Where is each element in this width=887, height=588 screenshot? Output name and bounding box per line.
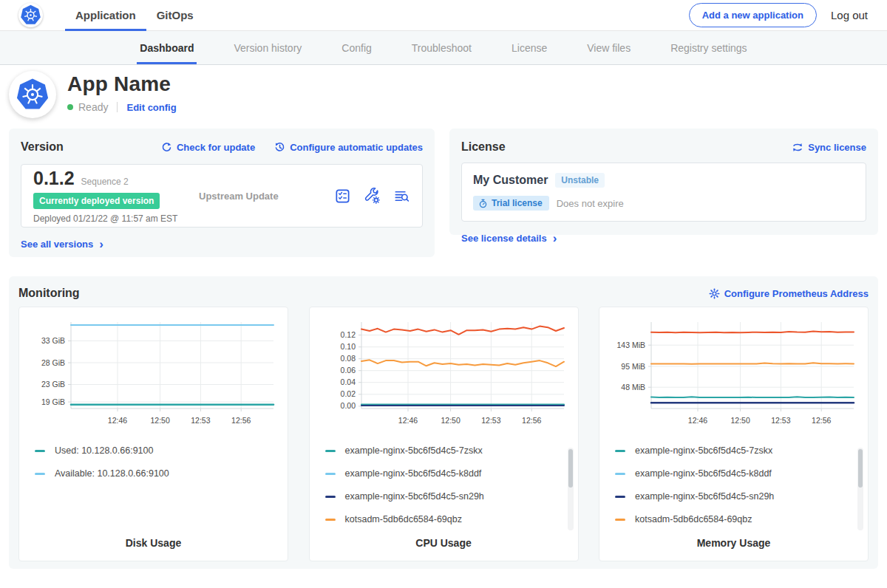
series-label: example-nginx-5bc6f5d4c5-sn29h xyxy=(345,491,484,502)
see-all-versions-link[interactable]: See all versions› xyxy=(21,239,103,250)
check-for-update-label: Check for update xyxy=(177,142,255,153)
svg-text:12:53: 12:53 xyxy=(771,416,790,425)
edit-config-link[interactable]: Edit config xyxy=(126,102,176,113)
series-color-dash xyxy=(615,450,625,452)
series-color-dash xyxy=(325,496,336,498)
subnav-troubleshoot-label: Troubleshoot xyxy=(412,42,472,54)
kubernetes-app-icon xyxy=(16,78,50,112)
logout-button[interactable]: Log out xyxy=(831,9,868,21)
see-license-details-link[interactable]: See license details› xyxy=(461,233,557,244)
subnav-troubleshoot[interactable]: Troubleshoot xyxy=(412,31,472,64)
svg-text:0.02: 0.02 xyxy=(340,389,356,398)
tab-application[interactable]: Application xyxy=(65,0,146,30)
preflight-checks-button[interactable] xyxy=(334,188,351,205)
stopwatch-icon xyxy=(478,199,488,208)
svg-text:0.04: 0.04 xyxy=(340,377,356,386)
subnav-version-history-label: Version history xyxy=(234,42,302,54)
configure-prometheus-link[interactable]: Configure Prometheus Address xyxy=(709,288,869,299)
svg-text:12:50: 12:50 xyxy=(441,416,460,425)
subnav-version-history[interactable]: Version history xyxy=(234,31,302,64)
disk-usage-legend: Used: 10.128.0.66:9100Available: 10.128.… xyxy=(35,445,279,491)
license-expiry: Does not expire xyxy=(557,198,624,209)
cpu-usage-legend: example-nginx-5bc6f5d4c5-7zskxexample-ng… xyxy=(325,445,569,537)
legend-scrollbar[interactable] xyxy=(568,448,574,530)
svg-text:19 GiB: 19 GiB xyxy=(41,397,65,406)
see-license-details-label: See license details xyxy=(461,233,547,244)
tab-gitops[interactable]: GitOps xyxy=(146,0,204,30)
subnav-license-label: License xyxy=(512,42,547,54)
memory-usage-panel: 143 MiB95 MiB48 MiB12:4612:5012:5312:56 … xyxy=(599,307,869,561)
chevron-right-icon: › xyxy=(99,241,103,248)
subnav-config-label: Config xyxy=(341,42,371,54)
deployed-timestamp: Deployed 01/21/22 @ 11:57 am EST xyxy=(33,213,199,224)
scrollbar-thumb[interactable] xyxy=(568,449,573,488)
subnav-registry-settings[interactable]: Registry settings xyxy=(670,31,747,64)
license-summary-row: My Customer Unstable Trial license Does … xyxy=(461,163,866,222)
subnav-view-files[interactable]: View files xyxy=(587,31,631,64)
legend-scrollbar[interactable] xyxy=(857,448,863,530)
memory-usage-chart[interactable]: 143 MiB95 MiB48 MiB12:4612:5012:5312:56 xyxy=(608,316,860,428)
legend-item[interactable]: kotsadm-5db6dc6584-69qbz xyxy=(325,514,569,524)
legend-item[interactable]: Available: 10.128.0.66:9100 xyxy=(35,468,279,479)
subnav-dashboard[interactable]: Dashboard xyxy=(140,31,194,64)
svg-text:12:56: 12:56 xyxy=(812,416,831,425)
monitoring-section: Monitoring Configure Prometheus Address … xyxy=(9,276,878,569)
license-type-badge: Trial license xyxy=(473,196,549,211)
svg-text:12:46: 12:46 xyxy=(398,416,417,425)
series-label: example-nginx-5bc6f5d4c5-7zskx xyxy=(345,445,483,456)
series-color-dash xyxy=(325,473,336,475)
series-label: kotsadm-5db6dc6584-69qbz xyxy=(635,514,752,524)
series-label: example-nginx-5bc6f5d4c5-7zskx xyxy=(635,445,772,456)
status-ready-dot xyxy=(67,104,73,110)
cpu-usage-panel: 0.120.100.080.060.040.020.0012:4612:5012… xyxy=(309,307,579,561)
subnav-license[interactable]: License xyxy=(512,31,547,64)
series-color-dash xyxy=(325,519,336,521)
chart-title: Memory Usage xyxy=(608,537,859,551)
series-color-dash xyxy=(615,473,625,475)
series-label: Used: 10.128.0.66:9100 xyxy=(55,445,153,456)
subnav-config[interactable]: Config xyxy=(341,31,371,64)
checklist-icon xyxy=(334,188,351,205)
disk-usage-chart[interactable]: 33 GiB28 GiB23 GiB19 GiB12:4612:5012:531… xyxy=(28,316,279,428)
svg-text:12:46: 12:46 xyxy=(108,416,127,425)
legend-item[interactable]: Used: 10.128.0.66:9100 xyxy=(35,445,279,456)
configure-prometheus-label: Configure Prometheus Address xyxy=(724,288,869,299)
svg-text:12:53: 12:53 xyxy=(481,416,500,425)
tab-application-label: Application xyxy=(75,9,136,21)
configure-automatic-updates-link[interactable]: Configure automatic updates xyxy=(274,142,423,153)
version-card: Version Check for update Configure au xyxy=(9,129,435,257)
add-application-button[interactable]: Add a new application xyxy=(689,3,817,27)
svg-text:143 MiB: 143 MiB xyxy=(616,341,645,349)
svg-text:12:53: 12:53 xyxy=(191,416,210,425)
legend-item[interactable]: example-nginx-5bc6f5d4c5-sn29h xyxy=(615,491,859,502)
svg-text:12:46: 12:46 xyxy=(688,416,707,425)
legend-item[interactable]: kotsadm-5db6dc6584-69qbz xyxy=(615,514,859,524)
svg-text:48 MiB: 48 MiB xyxy=(621,383,645,392)
check-for-update-link[interactable]: Check for update xyxy=(161,142,255,153)
tab-gitops-label: GitOps xyxy=(157,9,194,21)
currently-deployed-badge: Currently deployed version xyxy=(33,193,160,209)
refresh-icon xyxy=(161,142,172,153)
legend-item[interactable]: example-nginx-5bc6f5d4c5-k8ddf xyxy=(325,468,569,479)
license-card: License Sync license My Customer Unstabl… xyxy=(449,129,878,235)
series-label: example-nginx-5bc6f5d4c5-sn29h xyxy=(635,491,774,502)
channel-badge: Unstable xyxy=(555,173,605,188)
legend-item[interactable]: example-nginx-5bc6f5d4c5-k8ddf xyxy=(615,468,859,479)
app-sub-nav: Dashboard Version history Config Trouble… xyxy=(0,31,887,65)
svg-text:12:50: 12:50 xyxy=(150,416,169,425)
sync-arrows-icon xyxy=(792,142,803,153)
clock-refresh-icon xyxy=(274,142,285,153)
scrollbar-thumb[interactable] xyxy=(858,449,863,488)
status-badge: Ready xyxy=(78,101,108,113)
view-config-button[interactable] xyxy=(364,188,381,205)
license-card-title: License xyxy=(461,140,506,154)
deploy-logs-button[interactable] xyxy=(393,188,410,205)
series-label: example-nginx-5bc6f5d4c5-k8ddf xyxy=(635,468,772,479)
legend-item[interactable]: example-nginx-5bc6f5d4c5-7zskx xyxy=(325,445,569,456)
sync-license-link[interactable]: Sync license xyxy=(792,142,866,153)
legend-item[interactable]: example-nginx-5bc6f5d4c5-7zskx xyxy=(615,445,859,456)
cpu-usage-chart[interactable]: 0.120.100.080.060.040.020.0012:4612:5012… xyxy=(319,316,570,428)
version-sequence: Sequence 2 xyxy=(81,177,129,187)
legend-item[interactable]: example-nginx-5bc6f5d4c5-sn29h xyxy=(325,491,569,502)
svg-text:12:56: 12:56 xyxy=(522,416,541,425)
